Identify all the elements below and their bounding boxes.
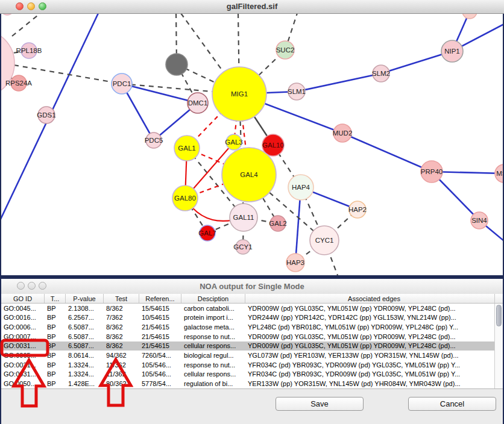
node-label-mig1: MIG1 bbox=[231, 90, 248, 98]
node-label-nip1: NIP1 bbox=[444, 48, 460, 55]
cell-associated_edges: YFR034C (pd) YBR093C, YDR009W (pd) YGL03… bbox=[245, 370, 503, 378]
minimize-button-inactive[interactable] bbox=[28, 282, 36, 290]
node-label-dmc1: DMC1 bbox=[188, 99, 208, 107]
node-label-msn: MSN bbox=[496, 170, 503, 177]
table-header-row[interactable]: GO IDT...P-valueTestReferen...Desciption… bbox=[1, 294, 503, 304]
cell-description: carbon cataboli... bbox=[181, 305, 245, 312]
column-header-p_value[interactable]: P-value bbox=[66, 294, 104, 303]
node-label-sin4: SIN4 bbox=[471, 217, 487, 224]
go-results-table: GO IDT...P-valueTestReferen...Desciption… bbox=[1, 294, 503, 389]
node-label-gcy1: GCY1 bbox=[233, 243, 252, 251]
cell-go_id: GO:0031... bbox=[1, 370, 45, 378]
table-row[interactable]: GO:0050...BP1.428E...80/3625778/54...reg… bbox=[1, 379, 503, 388]
table-row[interactable]: GO:0031...BP1.3324...11/362105/546...cel… bbox=[1, 370, 503, 379]
node-label-gal10: GAL10 bbox=[262, 142, 284, 149]
cell-p_value: 6.5087... bbox=[66, 333, 104, 340]
cell-associated_edges: YDR244W (pp) YDR142C, YDR142C (pp) YGL15… bbox=[245, 314, 503, 321]
node-label-gal80: GAL80 bbox=[174, 195, 196, 202]
table-row[interactable]: GO:0065...BP8.0614...94/3627260/54...bio… bbox=[1, 351, 503, 360]
cell-associated_edges: YFR034C (pd) YBR093C, YDR009W (pd) YGL03… bbox=[245, 361, 503, 369]
column-header-associated_edges[interactable]: Associated edges bbox=[245, 294, 503, 303]
cell-description: cellular respons... bbox=[181, 370, 245, 378]
cell-go_id: GO:0065... bbox=[1, 352, 45, 359]
table-row[interactable]: GO:0007...BP6.5087...8/36221/54615respon… bbox=[1, 332, 503, 341]
close-button-inactive[interactable] bbox=[17, 282, 25, 290]
cell-test: 11/362 bbox=[104, 370, 139, 378]
scrollbar-thumb[interactable] bbox=[496, 305, 502, 326]
node-label-gal7: GAL7 bbox=[198, 229, 216, 237]
network-canvas[interactable]: RPL18BRPS24AGDS1PDC1PDC5MIG1DMC1SUC2SLM1… bbox=[1, 13, 503, 275]
node-label-pdc1: PDC1 bbox=[113, 80, 131, 87]
cell-description: response to nut... bbox=[181, 361, 245, 369]
column-header-description[interactable]: Desciption bbox=[181, 294, 245, 303]
cell-test: 11/362 bbox=[104, 361, 139, 369]
cell-p_value: 6.5087... bbox=[66, 342, 104, 349]
cell-p_value: 1.3324... bbox=[66, 361, 104, 369]
column-header-type[interactable]: T... bbox=[45, 294, 66, 303]
cell-type: BP bbox=[45, 342, 66, 349]
cell-reference: 10/54615 bbox=[139, 314, 181, 321]
cell-associated_edges: YGL073W (pd) YER103W, YER133W (pp) YOR31… bbox=[245, 352, 503, 359]
column-header-go_id[interactable]: GO ID bbox=[1, 294, 45, 303]
column-header-test[interactable]: Test bbox=[104, 294, 139, 303]
node-label-cyc1: CYC1 bbox=[315, 237, 334, 244]
cell-test: 94/362 bbox=[104, 352, 139, 359]
cell-go_id: GO:0016... bbox=[1, 314, 45, 321]
noa-window-titlebar[interactable]: NOA output for Single Mode bbox=[1, 279, 503, 295]
cell-p_value: 1.3324... bbox=[66, 370, 104, 378]
cell-type: BP bbox=[45, 323, 66, 331]
node-topr[interactable] bbox=[462, 13, 477, 19]
cell-type: BP bbox=[45, 361, 66, 369]
node-label-prp40: PRP40 bbox=[421, 168, 443, 175]
cell-p_value: 1.428E... bbox=[66, 380, 104, 387]
node-label-gds1: GDS1 bbox=[37, 111, 55, 119]
cell-reference: 15/54615 bbox=[139, 305, 181, 312]
node-label-mud2: MUD2 bbox=[333, 129, 353, 137]
cell-reference: 7260/54... bbox=[139, 352, 181, 359]
cell-associated_edges: YDR009W (pd) YGL035C, YML051W (pp) YDR00… bbox=[245, 342, 503, 349]
cell-associated_edges: YDR009W (pd) YGL035C, YML051W (pp) YDR00… bbox=[245, 333, 503, 340]
cell-reference: 21/54615 bbox=[139, 333, 181, 340]
table-row[interactable]: GO:0031...BP6.5087...8/36221/54615cellul… bbox=[1, 341, 503, 351]
node-label-hap2: HAP2 bbox=[348, 206, 367, 213]
network-window-title: galFiltered.sif bbox=[0, 2, 504, 11]
cell-associated_edges: YER133W (pp) YOR315W, YNL145W (pd) YHR08… bbox=[245, 380, 503, 387]
cell-reference: 21/54615 bbox=[139, 342, 181, 349]
cell-go_id: GO:0031... bbox=[1, 361, 45, 369]
node-label-gal1: GAL1 bbox=[178, 145, 195, 152]
cell-p_value: 6.5087... bbox=[66, 323, 104, 331]
node-label-slm2: SLM2 bbox=[372, 70, 390, 77]
network-window-titlebar[interactable]: galFiltered.sif bbox=[0, 0, 504, 14]
cell-test: 8/362 bbox=[104, 305, 139, 312]
table-row[interactable]: GO:0006...BP6.5087...8/36221/54615galact… bbox=[1, 322, 503, 332]
cell-go_id: GO:0006... bbox=[1, 323, 45, 331]
cell-description: regulation of bi... bbox=[181, 380, 245, 387]
node-label-pdc5: PDC5 bbox=[145, 137, 163, 144]
edge-blue[interactable] bbox=[342, 133, 432, 172]
noa-output-window[interactable]: NOA output for Single Mode GO IDT...P-va… bbox=[1, 279, 503, 424]
edge-blue[interactable] bbox=[297, 73, 381, 92]
table-row[interactable]: GO:0016...BP6.2567...7/36210/54615protei… bbox=[1, 313, 503, 323]
vertical-scrollbar[interactable] bbox=[494, 304, 503, 388]
table-row[interactable]: GO:0045...BP2.1308...8/36215/54615carbon… bbox=[1, 304, 503, 313]
column-header-reference[interactable]: Referen... bbox=[139, 294, 181, 303]
edge-gray-dash[interactable] bbox=[12, 13, 40, 36]
cell-type: BP bbox=[45, 370, 66, 378]
node-label-gal11: GAL11 bbox=[233, 214, 254, 221]
network-graph: RPL18BRPS24AGDS1PDC1PDC5MIG1DMC1SUC2SLM1… bbox=[1, 13, 503, 275]
table-row[interactable]: GO:0031...BP1.3324...11/362105/546...res… bbox=[1, 360, 503, 370]
cell-p_value: 2.1308... bbox=[66, 305, 104, 312]
cancel-button[interactable]: Cancel bbox=[408, 397, 496, 411]
node-label-slm1: SLM1 bbox=[288, 88, 306, 95]
cell-go_id: GO:0045... bbox=[1, 305, 45, 312]
zoom-button-inactive[interactable] bbox=[39, 282, 46, 290]
scrollbar-corner bbox=[494, 294, 503, 304]
save-button[interactable]: Save bbox=[276, 397, 364, 411]
node-label-rpl18b: RPL18B bbox=[16, 47, 42, 54]
node-gray[interactable] bbox=[166, 54, 187, 75]
cell-description: cellular respons... bbox=[181, 342, 245, 349]
cell-type: BP bbox=[45, 314, 66, 321]
cell-type: BP bbox=[45, 380, 66, 387]
cell-type: BP bbox=[45, 352, 66, 359]
node-label-gal2: GAL2 bbox=[269, 220, 286, 227]
